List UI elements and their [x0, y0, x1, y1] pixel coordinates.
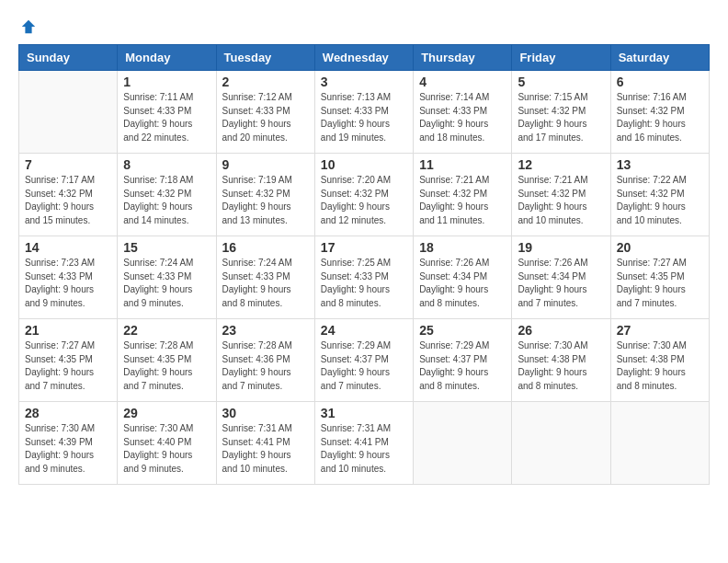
calendar-cell: 27Sunrise: 7:30 AM Sunset: 4:38 PM Dayli… [610, 319, 709, 402]
calendar-cell [512, 402, 610, 485]
day-info: Sunrise: 7:17 AM Sunset: 4:32 PM Dayligh… [25, 174, 111, 227]
calendar-cell: 2Sunrise: 7:12 AM Sunset: 4:33 PM Daylig… [216, 71, 314, 154]
day-info: Sunrise: 7:15 AM Sunset: 4:32 PM Dayligh… [518, 91, 604, 144]
calendar-cell: 26Sunrise: 7:30 AM Sunset: 4:38 PM Dayli… [512, 319, 610, 402]
day-number: 31 [321, 406, 407, 420]
day-info: Sunrise: 7:18 AM Sunset: 4:32 PM Dayligh… [123, 174, 210, 227]
day-info: Sunrise: 7:30 AM Sunset: 4:40 PM Dayligh… [123, 422, 210, 476]
calendar-header-row: SundayMondayTuesdayWednesdayThursdayFrid… [19, 45, 710, 71]
calendar-header-wednesday: Wednesday [314, 45, 413, 71]
day-number: 15 [123, 240, 210, 255]
calendar-cell [610, 402, 709, 485]
calendar-cell: 25Sunrise: 7:29 AM Sunset: 4:37 PM Dayli… [414, 319, 512, 402]
day-info: Sunrise: 7:23 AM Sunset: 4:33 PM Dayligh… [25, 257, 111, 310]
calendar-cell: 1Sunrise: 7:11 AM Sunset: 4:33 PM Daylig… [118, 71, 216, 154]
day-info: Sunrise: 7:22 AM Sunset: 4:32 PM Dayligh… [617, 174, 703, 227]
day-info: Sunrise: 7:11 AM Sunset: 4:33 PM Dayligh… [123, 91, 210, 144]
day-number: 20 [617, 240, 703, 255]
day-info: Sunrise: 7:31 AM Sunset: 4:41 PM Dayligh… [222, 422, 309, 476]
day-number: 23 [222, 323, 309, 338]
calendar-cell: 17Sunrise: 7:25 AM Sunset: 4:33 PM Dayli… [314, 236, 413, 319]
day-number: 5 [518, 75, 604, 89]
day-number: 24 [321, 323, 407, 338]
day-info: Sunrise: 7:27 AM Sunset: 4:35 PM Dayligh… [25, 339, 111, 393]
day-number: 27 [617, 323, 703, 338]
day-number: 1 [123, 75, 210, 89]
calendar-table: SundayMondayTuesdayWednesdayThursdayFrid… [18, 44, 710, 485]
calendar-cell: 4Sunrise: 7:14 AM Sunset: 4:33 PM Daylig… [414, 71, 512, 154]
week-row-5: 28Sunrise: 7:30 AM Sunset: 4:39 PM Dayli… [19, 402, 710, 485]
calendar-header-saturday: Saturday [610, 45, 709, 71]
calendar-cell [19, 71, 118, 154]
day-number: 18 [419, 240, 506, 255]
calendar-cell: 22Sunrise: 7:28 AM Sunset: 4:35 PM Dayli… [118, 319, 216, 402]
day-number: 3 [321, 75, 407, 89]
day-number: 10 [321, 157, 407, 172]
day-info: Sunrise: 7:29 AM Sunset: 4:37 PM Dayligh… [321, 339, 407, 393]
week-row-1: 1Sunrise: 7:11 AM Sunset: 4:33 PM Daylig… [19, 71, 710, 154]
day-number: 16 [222, 240, 309, 255]
day-info: Sunrise: 7:30 AM Sunset: 4:39 PM Dayligh… [25, 422, 111, 476]
day-info: Sunrise: 7:25 AM Sunset: 4:33 PM Dayligh… [321, 257, 407, 310]
day-info: Sunrise: 7:19 AM Sunset: 4:32 PM Dayligh… [222, 174, 309, 227]
day-info: Sunrise: 7:24 AM Sunset: 4:33 PM Dayligh… [222, 257, 309, 310]
day-info: Sunrise: 7:13 AM Sunset: 4:33 PM Dayligh… [321, 91, 407, 144]
logo [18, 18, 37, 35]
day-number: 17 [321, 240, 407, 255]
day-number: 12 [518, 157, 604, 172]
week-row-2: 7Sunrise: 7:17 AM Sunset: 4:32 PM Daylig… [19, 154, 710, 236]
calendar-cell: 19Sunrise: 7:26 AM Sunset: 4:34 PM Dayli… [512, 236, 610, 319]
calendar-header-thursday: Thursday [414, 45, 512, 71]
day-number: 29 [123, 406, 210, 420]
svg-marker-0 [22, 20, 35, 33]
day-number: 4 [419, 75, 506, 89]
day-info: Sunrise: 7:29 AM Sunset: 4:37 PM Dayligh… [419, 339, 506, 393]
logo-icon [20, 18, 37, 35]
day-number: 21 [25, 323, 111, 338]
calendar-cell: 6Sunrise: 7:16 AM Sunset: 4:32 PM Daylig… [610, 71, 709, 154]
day-number: 14 [25, 240, 111, 255]
day-number: 25 [419, 323, 506, 338]
day-info: Sunrise: 7:27 AM Sunset: 4:35 PM Dayligh… [617, 257, 703, 310]
calendar-cell: 12Sunrise: 7:21 AM Sunset: 4:32 PM Dayli… [512, 154, 610, 236]
day-info: Sunrise: 7:16 AM Sunset: 4:32 PM Dayligh… [617, 91, 703, 144]
page-header [18, 18, 710, 35]
calendar-header-friday: Friday [512, 45, 610, 71]
calendar-header-tuesday: Tuesday [216, 45, 314, 71]
calendar-cell: 30Sunrise: 7:31 AM Sunset: 4:41 PM Dayli… [216, 402, 314, 485]
day-number: 7 [25, 157, 111, 172]
day-info: Sunrise: 7:20 AM Sunset: 4:32 PM Dayligh… [321, 174, 407, 227]
week-row-3: 14Sunrise: 7:23 AM Sunset: 4:33 PM Dayli… [19, 236, 710, 319]
day-info: Sunrise: 7:28 AM Sunset: 4:36 PM Dayligh… [222, 339, 309, 393]
calendar-cell: 28Sunrise: 7:30 AM Sunset: 4:39 PM Dayli… [19, 402, 118, 485]
calendar-cell: 18Sunrise: 7:26 AM Sunset: 4:34 PM Dayli… [414, 236, 512, 319]
day-info: Sunrise: 7:26 AM Sunset: 4:34 PM Dayligh… [518, 257, 604, 310]
day-info: Sunrise: 7:30 AM Sunset: 4:38 PM Dayligh… [518, 339, 604, 393]
calendar-cell: 14Sunrise: 7:23 AM Sunset: 4:33 PM Dayli… [19, 236, 118, 319]
week-row-4: 21Sunrise: 7:27 AM Sunset: 4:35 PM Dayli… [19, 319, 710, 402]
day-info: Sunrise: 7:14 AM Sunset: 4:33 PM Dayligh… [419, 91, 506, 144]
calendar-cell: 5Sunrise: 7:15 AM Sunset: 4:32 PM Daylig… [512, 71, 610, 154]
calendar-cell: 23Sunrise: 7:28 AM Sunset: 4:36 PM Dayli… [216, 319, 314, 402]
day-number: 11 [419, 157, 506, 172]
calendar-cell: 3Sunrise: 7:13 AM Sunset: 4:33 PM Daylig… [314, 71, 413, 154]
calendar-cell: 29Sunrise: 7:30 AM Sunset: 4:40 PM Dayli… [118, 402, 216, 485]
calendar-cell: 21Sunrise: 7:27 AM Sunset: 4:35 PM Dayli… [19, 319, 118, 402]
calendar-cell: 11Sunrise: 7:21 AM Sunset: 4:32 PM Dayli… [414, 154, 512, 236]
calendar-cell: 10Sunrise: 7:20 AM Sunset: 4:32 PM Dayli… [314, 154, 413, 236]
calendar-header-monday: Monday [118, 45, 216, 71]
calendar-cell: 15Sunrise: 7:24 AM Sunset: 4:33 PM Dayli… [118, 236, 216, 319]
calendar-cell: 31Sunrise: 7:31 AM Sunset: 4:41 PM Dayli… [314, 402, 413, 485]
day-number: 8 [123, 157, 210, 172]
day-info: Sunrise: 7:21 AM Sunset: 4:32 PM Dayligh… [518, 174, 604, 227]
day-number: 26 [518, 323, 604, 338]
day-number: 9 [222, 157, 309, 172]
day-number: 2 [222, 75, 309, 89]
day-number: 28 [25, 406, 111, 420]
calendar-cell: 13Sunrise: 7:22 AM Sunset: 4:32 PM Dayli… [610, 154, 709, 236]
day-info: Sunrise: 7:21 AM Sunset: 4:32 PM Dayligh… [419, 174, 506, 227]
calendar-cell: 20Sunrise: 7:27 AM Sunset: 4:35 PM Dayli… [610, 236, 709, 319]
day-number: 19 [518, 240, 604, 255]
calendar-cell: 16Sunrise: 7:24 AM Sunset: 4:33 PM Dayli… [216, 236, 314, 319]
calendar-cell: 8Sunrise: 7:18 AM Sunset: 4:32 PM Daylig… [118, 154, 216, 236]
